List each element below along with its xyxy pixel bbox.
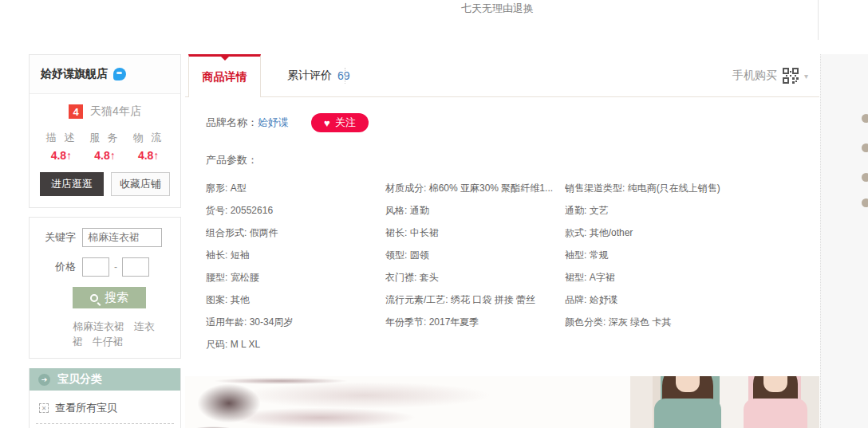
param-item: 衣门襟: 套头 <box>385 266 565 289</box>
param-item: 适用年龄: 30-34周岁 <box>206 311 385 333</box>
search-icon <box>90 294 98 302</box>
view-all-label: 查看所有宝贝 <box>55 401 117 415</box>
up-arrow-icon: ↑ <box>110 149 116 162</box>
rating-service: 服 务 4.8↑ <box>89 131 120 162</box>
param-item: 腰型: 宽松腰 <box>206 266 385 289</box>
param-item: 流行元素/工艺: 绣花 口袋 拼接 蕾丝 <box>385 289 565 311</box>
rating-number: 4.8 <box>94 149 109 162</box>
search-button-label: 搜索 <box>105 290 128 305</box>
top-divider <box>818 0 819 40</box>
rating-number: 4.8 <box>138 149 153 162</box>
price-dash: - <box>114 261 117 273</box>
shop-header: 姶妤谍旗舰店 <box>30 55 180 94</box>
param-item: 货号: 20552616 <box>206 199 385 222</box>
arrow-badge-icon: ➔ <box>38 374 50 386</box>
brand-name-link[interactable]: 姶妤谍 <box>258 116 289 130</box>
shop-badge-row: 4 天猫4年店 <box>30 104 180 119</box>
keyword-label: 关键字 <box>41 230 76 245</box>
detail-content: 品牌名称： 姶妤谍 ♥ 关注 产品参数： 廓形: A型 材质成分: 棉60% 亚… <box>185 113 819 428</box>
tab-divider <box>345 68 345 84</box>
favorite-shop-button[interactable]: 收藏店铺 <box>111 172 170 196</box>
tab-reviews-label: 累计评价 <box>287 69 332 83</box>
rating-value: 4.8↑ <box>89 149 120 162</box>
param-item: 风格: 通勤 <box>385 199 565 222</box>
rating-label: 描 述 <box>46 131 77 145</box>
rating-value: 4.8↑ <box>46 149 77 162</box>
side-nav-dot[interactable] <box>862 114 868 123</box>
shop-ratings: 描 述 4.8↑ 服 务 4.8↑ 物 流 4.8↑ <box>30 131 180 162</box>
param-item: 袖长: 短袖 <box>206 244 385 266</box>
params-grid: 廓形: A型 材质成分: 棉60% 亚麻30% 聚酯纤维1... 销售渠道类型:… <box>206 177 819 355</box>
shop-year-badge: 4 <box>69 104 83 119</box>
hot-link[interactable]: 牛仔裙 <box>93 336 124 348</box>
tab-reviews[interactable]: 累计评价 69 <box>273 54 365 97</box>
param-item: 材质成分: 棉60% 亚麻30% 聚酯纤维1... <box>385 177 565 199</box>
active-tab-arrow <box>221 57 229 61</box>
side-nav-dot[interactable] <box>862 198 868 207</box>
hot-link[interactable]: 棉麻连衣裙 <box>73 320 124 332</box>
enter-shop-button[interactable]: 进店逛逛 <box>40 172 104 196</box>
watercolor-branch-art <box>185 376 630 428</box>
rating-logistics: 物 流 4.8↑ <box>133 131 164 162</box>
detail-tab-bar: 商品详情 累计评价 69 手机购买 ▾ <box>185 54 819 97</box>
chevron-down-icon: ▾ <box>804 72 808 80</box>
dashed-divider <box>36 423 174 424</box>
shop-search-card: 关键字 价格 - 搜索 棉麻连衣裙 连衣裙 牛仔裙 <box>29 217 181 359</box>
brand-label: 品牌名称： <box>206 116 258 130</box>
model-face <box>763 376 787 392</box>
price-label: 价格 <box>41 260 76 274</box>
wangwang-chat-icon[interactable] <box>113 68 126 80</box>
shop-name-link[interactable]: 姶妤谍旗舰店 <box>41 67 108 81</box>
param-item: 通勤: 文艺 <box>565 199 819 222</box>
rating-number: 4.8 <box>51 149 66 162</box>
param-item: 裙型: A字裙 <box>565 266 819 289</box>
param-item: 年份季节: 2017年夏季 <box>385 311 565 333</box>
keyword-input[interactable] <box>82 228 162 247</box>
side-nav-dot[interactable] <box>862 173 868 182</box>
product-detail-image <box>185 376 819 428</box>
category-title: 宝贝分类 <box>57 372 102 387</box>
keyword-row: 关键字 <box>41 228 180 247</box>
param-item: 袖型: 常规 <box>565 244 819 266</box>
qr-code-icon <box>783 68 799 84</box>
up-arrow-icon: ↑ <box>153 149 159 162</box>
param-item: 品牌: 姶妤谍 <box>565 289 819 311</box>
param-item: 裙长: 中长裙 <box>385 222 565 244</box>
param-item: 廓形: A型 <box>206 177 385 199</box>
category-card: ➔ 宝贝分类 ✕ 查看所有宝贝 <box>29 368 181 428</box>
service-notice: 七天无理由退换 <box>461 2 534 16</box>
hot-keyword-links: 棉麻连衣裙 连衣裙 牛仔裙 <box>73 319 168 349</box>
model-pink-top <box>744 399 807 428</box>
tab-product-detail[interactable]: 商品详情 <box>188 54 261 97</box>
param-item: 领型: 圆领 <box>385 244 565 266</box>
right-side-rail <box>820 54 868 428</box>
price-row: 价格 - <box>41 257 180 277</box>
search-button[interactable]: 搜索 <box>73 287 146 308</box>
shop-year-label: 天猫4年店 <box>90 104 141 119</box>
reviews-count: 69 <box>337 69 350 82</box>
param-item: 款式: 其他/other <box>565 222 819 244</box>
mobile-buy-trigger[interactable]: 手机购买 ▾ <box>732 54 808 97</box>
price-min-input[interactable] <box>82 257 109 277</box>
tab-detail-label: 商品详情 <box>203 70 247 84</box>
model-teal-top <box>654 399 721 428</box>
rating-label: 物 流 <box>133 131 164 145</box>
brand-row: 品牌名称： 姶妤谍 ♥ 关注 <box>206 113 819 132</box>
shop-buttons: 进店逛逛 收藏店铺 <box>30 172 180 196</box>
follow-label: 关注 <box>335 116 356 130</box>
params-title: 产品参数： <box>206 153 819 167</box>
category-header[interactable]: ➔ 宝贝分类 <box>30 368 180 391</box>
mobile-buy-label: 手机购买 <box>732 69 777 83</box>
side-nav-dot[interactable] <box>862 143 868 152</box>
follow-brand-button[interactable]: ♥ 关注 <box>311 113 369 132</box>
rating-label: 服 务 <box>89 131 120 145</box>
view-all-items[interactable]: ✕ 查看所有宝贝 <box>39 401 180 415</box>
model-face <box>676 376 700 392</box>
price-max-input[interactable] <box>122 257 149 277</box>
product-detail-panel: 商品详情 累计评价 69 手机购买 ▾ 品牌名称： 姶妤谍 <box>185 54 819 428</box>
param-item: 销售渠道类型: 纯电商(只在线上销售) <box>565 177 819 199</box>
param-item: 图案: 其他 <box>206 289 385 311</box>
param-item: 组合形式: 假两件 <box>206 222 385 244</box>
param-item: 尺码: M L XL <box>206 333 385 355</box>
up-arrow-icon: ↑ <box>66 149 72 162</box>
